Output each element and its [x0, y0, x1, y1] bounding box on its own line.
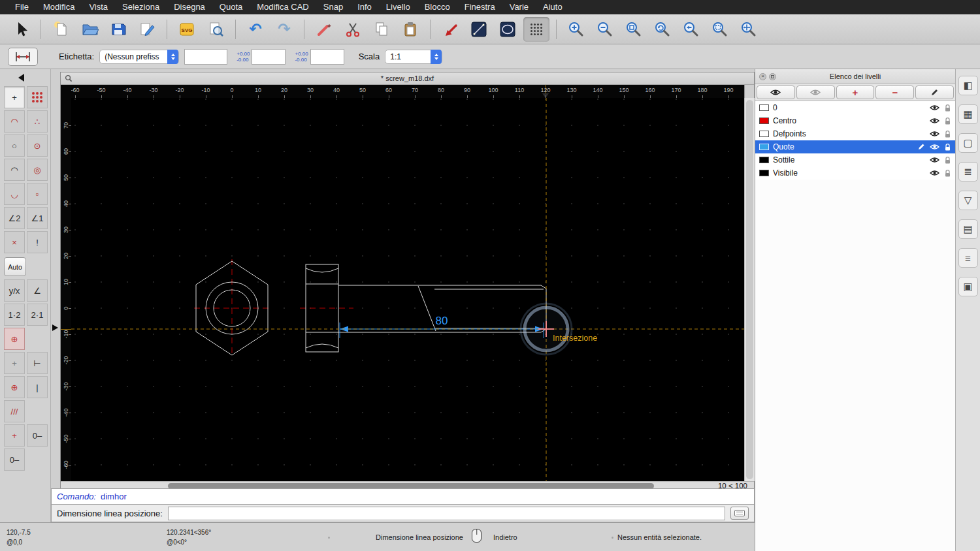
layer-row-defpoints[interactable]: Defpoints — [755, 127, 955, 140]
menu-disegna[interactable]: Disegna — [167, 0, 212, 14]
snap-arc-button[interactable]: ◠ — [4, 159, 25, 181]
measure-tool-button[interactable]: ⊢ — [27, 352, 48, 374]
draw-line-button[interactable] — [466, 17, 492, 42]
eye-icon[interactable] — [930, 104, 939, 111]
menu-aiuto[interactable]: Aiuto — [536, 0, 570, 14]
copy-button[interactable] — [368, 17, 395, 42]
menu-info[interactable]: Info — [350, 0, 379, 14]
lock-icon[interactable] — [944, 117, 951, 125]
lock-icon[interactable] — [944, 143, 951, 151]
snap-circle-center-button[interactable]: ◎ — [27, 159, 48, 181]
command-line-icon[interactable]: ▢ — [958, 133, 978, 153]
snap-quadrant-button[interactable]: ▫ — [27, 183, 48, 205]
selection-pointer-button[interactable] — [8, 17, 34, 42]
library-browser-icon[interactable]: ◧ — [958, 76, 978, 95]
scale-select[interactable]: 1:1 — [385, 50, 442, 64]
layer-color-swatch[interactable] — [759, 131, 769, 137]
lock-horizontal-button[interactable]: 0– — [27, 424, 48, 447]
angle-snap-button[interactable]: ∠ — [27, 279, 48, 302]
snap-tangent-button[interactable]: ○ — [4, 134, 25, 157]
restrict-horizontal-button[interactable]: + — [4, 352, 25, 374]
layer-row-centro[interactable]: Centro — [755, 114, 955, 127]
snap-auto-button[interactable]: Auto — [4, 257, 26, 276]
paste-button[interactable] — [397, 17, 423, 42]
zoom-window-button[interactable] — [707, 17, 733, 42]
lock-icon[interactable] — [944, 169, 951, 178]
drawing-window-titlebar[interactable]: * screw_m18.dxf — [61, 72, 754, 85]
layer-row-0[interactable]: 0 — [755, 101, 955, 114]
menu-modifica[interactable]: Modifica — [36, 0, 82, 14]
block-list-icon[interactable]: ▦ — [958, 104, 978, 124]
layer-row-quote[interactable]: Quote — [755, 140, 955, 153]
snap-intersection-button[interactable]: × — [4, 231, 25, 253]
drawing-canvas[interactable]: 80 Intersezione — [71, 98, 744, 481]
menu-quota[interactable]: Quota — [212, 0, 250, 14]
menu-modifica-cad[interactable]: Modifica CAD — [250, 0, 316, 14]
zoom-redraw-button[interactable] — [649, 17, 676, 42]
selection-filter-icon[interactable]: ▽ — [958, 191, 978, 210]
hide-all-layers-button[interactable] — [796, 86, 835, 99]
zoom-previous-button[interactable] — [678, 17, 704, 42]
clipboard-icon[interactable]: ▣ — [958, 277, 978, 296]
menu-file[interactable]: File — [8, 0, 36, 14]
relative-zero-button[interactable]: ⊕ — [4, 376, 25, 398]
zoom-pan-button[interactable] — [736, 17, 762, 42]
snap-endpoint-button[interactable]: ◠ — [4, 110, 25, 133]
zoom-out-button[interactable] — [592, 17, 618, 42]
dimension-tool-button[interactable] — [8, 48, 38, 66]
rename-button[interactable] — [134, 17, 160, 42]
cut-button[interactable] — [340, 17, 366, 42]
layer-color-swatch[interactable] — [759, 118, 769, 124]
lock-relative-zero-button[interactable]: 0– — [4, 449, 25, 471]
edit-layer-button[interactable] — [915, 86, 954, 99]
snap-on-entity-button[interactable]: ∴ — [27, 110, 48, 133]
set-relative-zero-button[interactable]: ⊕ — [4, 328, 25, 350]
entity-info-icon[interactable]: ≡ — [958, 248, 978, 268]
eye-icon[interactable] — [930, 118, 939, 124]
eye-icon[interactable] — [930, 144, 939, 150]
close-panel-icon[interactable]: × — [759, 73, 766, 80]
undo-button[interactable]: ↶ — [242, 17, 269, 42]
hatch-tool-button[interactable]: /// — [4, 400, 25, 422]
zoom-auto-button[interactable] — [621, 17, 647, 42]
properties-icon[interactable]: ▤ — [958, 219, 978, 239]
pen-edit-button[interactable] — [437, 17, 463, 42]
snap-free-button[interactable]: + — [4, 86, 25, 108]
lock-icon[interactable] — [944, 156, 951, 165]
snap-cross-button[interactable]: + — [4, 424, 25, 447]
detach-panel-icon[interactable] — [769, 73, 776, 80]
snap-middle-button[interactable]: ◡ — [4, 183, 25, 205]
lock-icon[interactable] — [944, 104, 951, 112]
tolerance-upper-input[interactable] — [252, 49, 286, 65]
menu-finestra[interactable]: Finestra — [457, 0, 502, 14]
order-2-1-button[interactable]: 2·1 — [27, 304, 48, 326]
eye-icon[interactable] — [930, 131, 939, 137]
menu-seleziona[interactable]: Seleziona — [115, 0, 167, 14]
menu-vista[interactable]: Vista — [82, 0, 115, 14]
layer-color-swatch[interactable] — [759, 144, 769, 150]
vertical-guide-button[interactable]: | — [27, 376, 48, 398]
command-input[interactable] — [168, 507, 725, 520]
delete-entity-button[interactable] — [311, 17, 337, 42]
snap-center-button[interactable]: ⊙ — [27, 134, 48, 157]
zoom-in-button[interactable] — [563, 17, 589, 42]
show-all-layers-button[interactable] — [757, 86, 795, 99]
draw-ellipse-button[interactable] — [495, 17, 521, 42]
remove-layer-button[interactable]: − — [875, 86, 914, 99]
layer-row-sottile[interactable]: Sottile — [755, 153, 955, 166]
eye-icon[interactable] — [930, 170, 939, 176]
vertical-scrollbar[interactable] — [744, 98, 755, 481]
svg-export-button[interactable]: SVG — [174, 17, 200, 42]
layer-row-visibile[interactable]: Visibile — [755, 166, 955, 180]
save-button[interactable] — [105, 17, 131, 42]
new-document-button[interactable] — [48, 17, 74, 42]
vertical-scroll-thumb[interactable] — [746, 100, 753, 479]
restrict-info-button[interactable]: ! — [27, 231, 48, 253]
snap-distance-2-button[interactable]: ∠2 — [4, 207, 25, 229]
layer-color-swatch[interactable] — [759, 170, 769, 176]
tolerance-lower-input[interactable] — [310, 49, 344, 65]
snap-grid-button[interactable] — [27, 86, 48, 108]
open-file-button[interactable] — [76, 17, 103, 42]
label-prefix-select[interactable]: (Nessun prefiss — [99, 50, 179, 64]
redo-button[interactable]: ↷ — [271, 17, 297, 42]
